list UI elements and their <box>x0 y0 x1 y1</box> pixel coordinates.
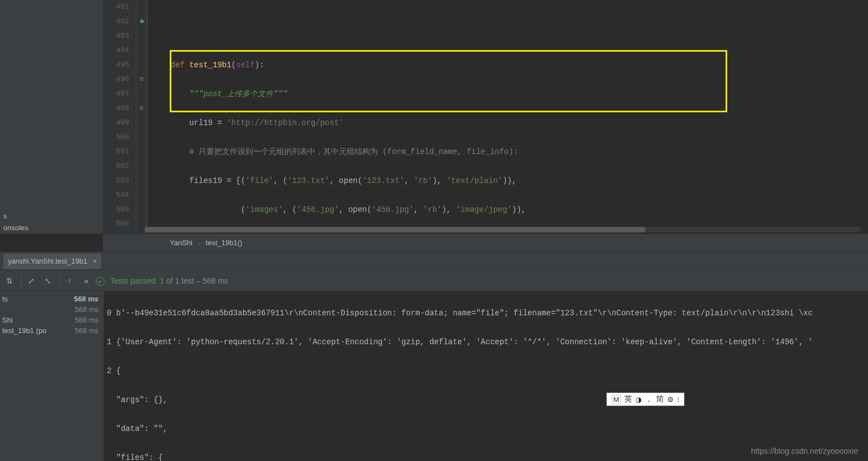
test-toolbar: ⇅ ⤢ ⤡ ↑ » Tests passed: 1 of 1 test – 56… <box>0 270 868 291</box>
breadcrumb-class[interactable]: YanShi <box>170 239 193 247</box>
close-icon[interactable]: × <box>93 257 97 265</box>
code-area[interactable]: def test_19b1(self): """post_上传多个文件""" u… <box>147 0 868 234</box>
sidebar-item-scratches[interactable]: s <box>0 210 103 222</box>
line-number-gutter: 491 492▶ 493 494 495 496 497 498 499 500… <box>103 0 136 234</box>
gear-icon[interactable]: ⚙ <box>667 395 674 404</box>
menu-icon[interactable]: ⁝ <box>677 395 679 404</box>
ime-lang[interactable]: 英 <box>624 394 632 404</box>
test-tree-row[interactable]: Shi568 ms <box>0 315 103 325</box>
test-tree-row[interactable]: 568 ms <box>0 304 103 315</box>
fold-icon[interactable]: ⊟ <box>136 101 147 116</box>
chevron-right-icon: › <box>198 239 200 247</box>
ime-half-icon[interactable]: ◑ <box>635 395 642 404</box>
pass-icon <box>96 277 105 286</box>
test-tree-row[interactable]: ts568 ms <box>0 294 103 304</box>
more-icon[interactable]: » <box>79 274 93 288</box>
test-tree-row[interactable]: test_19b1 (po568 ms <box>0 325 103 336</box>
sidebar-item-consoles[interactable]: onsoles <box>0 222 103 234</box>
filter-icon[interactable]: ⇅ <box>2 274 17 288</box>
run-header: yanshi.YanShi.test_19b1 × <box>0 251 868 270</box>
run-gutter-icon[interactable]: ▶ <box>141 14 145 29</box>
ime-simp[interactable]: 简 <box>656 394 664 404</box>
ime-m-icon[interactable]: M <box>611 395 621 404</box>
test-status: Tests passed: 1 of 1 test – 568 ms <box>96 270 228 291</box>
horizontal-scrollbar[interactable] <box>145 227 860 232</box>
breadcrumb[interactable]: YanShi › test_19b1() <box>103 234 868 251</box>
fold-gutter[interactable]: ⊟ ⊟ ⊟ <box>136 0 147 234</box>
test-tree[interactable]: ts568 ms 568 ms Shi568 ms test_19b1 (po5… <box>0 291 103 461</box>
ime-toolbar[interactable]: M 英 ◑ ， 简 ⚙ ⁝ <box>606 393 684 406</box>
collapse-icon[interactable]: ⤡ <box>41 274 55 288</box>
breadcrumb-function[interactable]: test_19b1() <box>206 239 243 247</box>
console-output[interactable]: 0 b'--b49e31e51c6fdca8aa5bd3ab5e367911\r… <box>103 291 868 461</box>
run-tab[interactable]: yanshi.YanShi.test_19b1 × <box>3 254 101 269</box>
watermark: https://blog.csdn.net/zyooooxie <box>751 447 858 455</box>
ime-punct[interactable]: ， <box>645 394 653 404</box>
up-icon[interactable]: ↑ <box>62 274 77 288</box>
expand-icon[interactable]: ⤢ <box>24 274 38 288</box>
code-editor[interactable]: 491 492▶ 493 494 495 496 497 498 499 500… <box>103 0 868 234</box>
left-sidebar: s onsoles <box>0 0 103 234</box>
fold-icon[interactable]: ⊟ <box>136 72 147 87</box>
